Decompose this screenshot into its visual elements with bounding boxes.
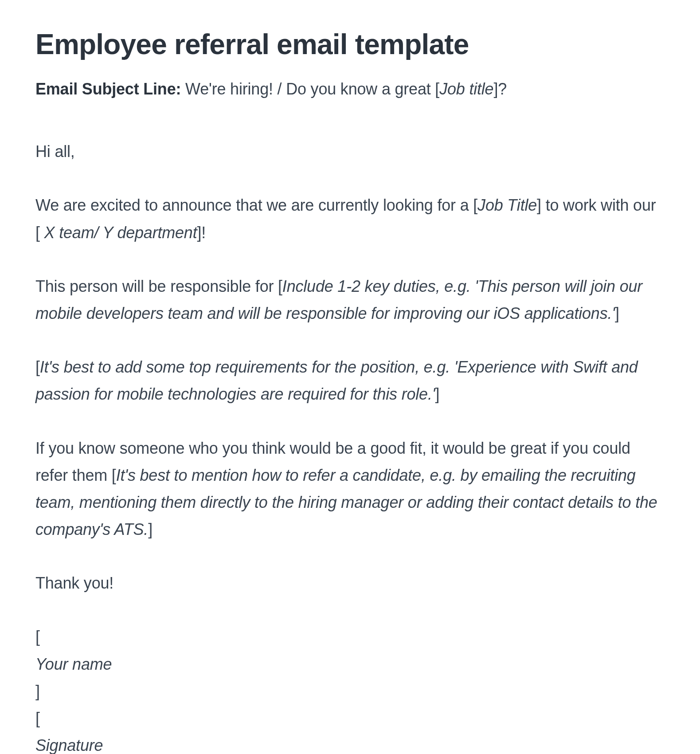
- thanks: Thank you!: [35, 569, 665, 597]
- intro-jobtitle-placeholder: Job Title: [477, 196, 537, 214]
- sig-name-before: [: [35, 623, 665, 650]
- requirements-after: ]: [435, 385, 439, 403]
- greeting: Hi all,: [35, 138, 665, 165]
- signature-sig-line: [Signature]: [35, 705, 665, 754]
- refer-after: ]: [148, 520, 153, 538]
- intro-team-placeholder: X team/ Y department: [40, 224, 197, 242]
- subject-line: Email Subject Line: We're hiring! / Do y…: [35, 75, 665, 102]
- requirements-placeholder: It's best to add some top requirements f…: [35, 358, 638, 403]
- duties-after: ]: [615, 304, 619, 322]
- signature-name-line: [Your name]: [35, 623, 665, 705]
- subject-text-before: We're hiring! / Do you know a great [: [181, 80, 439, 98]
- subject-label: Email Subject Line:: [35, 80, 181, 98]
- page-title: Employee referral email template: [35, 27, 665, 62]
- subject-placeholder: Job title: [439, 80, 493, 98]
- duties-paragraph: This person will be responsible for [Inc…: [35, 273, 665, 327]
- sig-name-after: ]: [35, 678, 665, 705]
- refer-placeholder: It's best to mention how to refer a cand…: [35, 466, 657, 538]
- refer-paragraph: If you know someone who you think would …: [35, 435, 665, 543]
- subject-text-after: ]?: [493, 80, 507, 98]
- duties-before: This person will be responsible for [: [35, 277, 282, 295]
- requirements-paragraph: [It's best to add some top requirements …: [35, 353, 665, 408]
- sig-name-placeholder: Your name: [35, 651, 665, 678]
- intro-paragraph: We are excited to announce that we are c…: [35, 192, 665, 246]
- intro-after: ]!: [197, 224, 206, 242]
- sig-sig-placeholder: Signature: [35, 732, 665, 754]
- requirements-before: [: [35, 358, 40, 376]
- intro-before: We are excited to announce that we are c…: [35, 196, 477, 214]
- signature-block: [Your name] [Signature]: [35, 623, 665, 754]
- sig-sig-before: [: [35, 705, 665, 732]
